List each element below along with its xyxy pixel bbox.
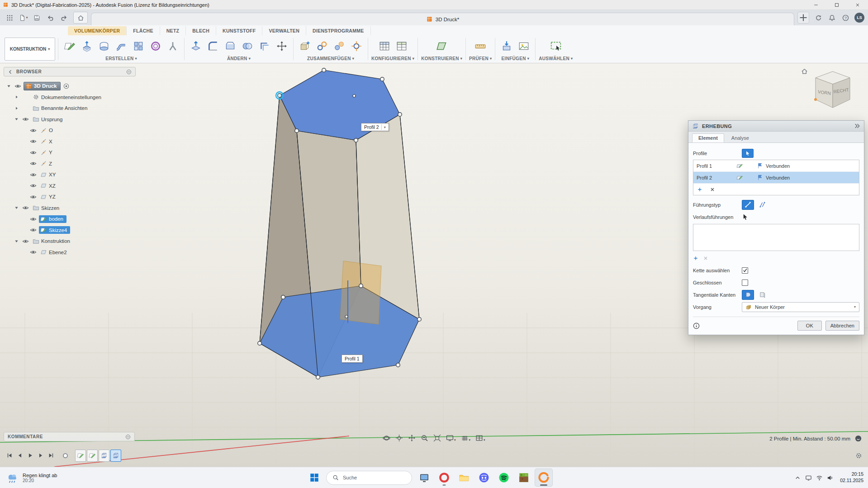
- avatar[interactable]: LS: [854, 13, 864, 23]
- browser-item-z[interactable]: Z: [4, 158, 136, 170]
- visibility-eye-icon[interactable]: [29, 182, 38, 189]
- tab-analyse[interactable]: Analyse: [725, 133, 755, 142]
- ribbon-tab-dienstprogramme[interactable]: DIENSTPROGRAMME: [306, 26, 371, 35]
- as-built-joint-button[interactable]: [331, 38, 347, 55]
- visibility-eye-icon[interactable]: [14, 83, 22, 90]
- profile-row-1[interactable]: Profil 1Verbunden: [693, 160, 859, 172]
- status-indicator-icon[interactable]: [855, 435, 862, 442]
- timeline-loft-2[interactable]: [110, 450, 121, 462]
- expander-right-icon[interactable]: [14, 106, 20, 111]
- new-component-button[interactable]: [297, 38, 313, 55]
- ribbon-tab-volumenkörper[interactable]: VOLUMENKÖRPER: [68, 26, 127, 35]
- visibility-eye-icon[interactable]: [21, 238, 30, 245]
- add-profile-button[interactable]: [697, 187, 702, 192]
- coil-button[interactable]: [147, 38, 164, 55]
- browser-item-boden[interactable]: boden: [4, 213, 136, 225]
- timeline-loft-1[interactable]: [99, 450, 109, 462]
- viewcube[interactable]: VORN RECHT: [801, 67, 860, 114]
- create-sketch-button[interactable]: [62, 38, 78, 55]
- browser-item-dokumenteneinstellungen[interactable]: Dokumenteneinstellungen: [4, 92, 136, 103]
- joint-button[interactable]: [314, 38, 330, 55]
- start-button[interactable]: [306, 469, 323, 486]
- orbit-button[interactable]: [383, 434, 390, 442]
- browser-item-xy[interactable]: XY: [4, 169, 136, 180]
- document-tab[interactable]: 3D Druck*: [91, 13, 794, 25]
- step-forward-button[interactable]: [36, 450, 45, 460]
- web-button[interactable]: [165, 38, 181, 55]
- expander-down-icon[interactable]: [14, 239, 20, 244]
- grid-settings-button[interactable]: ▾: [461, 434, 471, 442]
- look-at-button[interactable]: [395, 434, 403, 442]
- browser-collapse-icon[interactable]: [126, 69, 132, 75]
- insert-mesh-button[interactable]: [498, 38, 515, 55]
- step-back-button[interactable]: [15, 450, 24, 460]
- remove-profile-button[interactable]: [710, 187, 715, 192]
- visibility-eye-icon[interactable]: [29, 127, 38, 134]
- ribbon-tab-verwalten[interactable]: VERWALTEN: [262, 26, 306, 35]
- go-to-end-button[interactable]: [46, 450, 56, 460]
- viewports-button[interactable]: ▾: [475, 434, 485, 442]
- info-icon[interactable]: [693, 322, 700, 329]
- browser-item-konstruktion[interactable]: Konstruktion: [4, 236, 136, 247]
- pattern-button[interactable]: [130, 38, 147, 55]
- help-button[interactable]: ?: [840, 12, 852, 24]
- ribbon-tab-blech[interactable]: BLECH: [186, 26, 216, 35]
- visibility-eye-icon[interactable]: [29, 227, 38, 233]
- visibility-eye-icon[interactable]: [29, 138, 38, 145]
- timeline-sketch-1[interactable]: [75, 450, 86, 462]
- new-tab-button[interactable]: [797, 12, 809, 24]
- tab-element[interactable]: Element: [692, 133, 724, 142]
- sweep-button[interactable]: [113, 38, 129, 55]
- move-copy-button[interactable]: [274, 38, 290, 55]
- timeline-sketch-2[interactable]: [87, 450, 98, 462]
- timeline-position-handle[interactable]: [63, 453, 68, 458]
- visibility-eye-icon[interactable]: [29, 194, 38, 200]
- configuration-button[interactable]: [376, 38, 393, 55]
- dialog-undock-icon[interactable]: [854, 123, 860, 129]
- fusion-taskbar-icon[interactable]: [535, 469, 553, 487]
- file-explorer-taskbar-icon[interactable]: [455, 469, 473, 487]
- spotify-taskbar-icon[interactable]: [495, 469, 513, 487]
- profil2-tag[interactable]: Profil 2▾: [361, 123, 389, 131]
- measure-button[interactable]: [472, 38, 489, 55]
- browser-item-benannte-ansichten[interactable]: Benannte Ansichten: [4, 103, 136, 114]
- offset-face-button[interactable]: [256, 38, 273, 55]
- extrude-button[interactable]: [79, 38, 95, 55]
- viewport[interactable]: VORN RECHT BROWSER 3D DruckDokumentenein…: [0, 63, 868, 467]
- task-view-taskbar-icon[interactable]: [415, 469, 433, 487]
- file-menu-button[interactable]: ▾: [17, 12, 29, 24]
- expander-down-icon[interactable]: [14, 117, 20, 122]
- canvas-button[interactable]: [516, 38, 532, 55]
- visibility-eye-icon[interactable]: [29, 160, 38, 167]
- guide-centerline-button[interactable]: [756, 200, 768, 210]
- select-window-button[interactable]: [548, 38, 564, 55]
- timeline-settings-gear-icon[interactable]: [854, 450, 863, 460]
- browser-item-x[interactable]: X: [4, 136, 136, 147]
- zoom-button[interactable]: [421, 434, 428, 442]
- visibility-eye-icon[interactable]: [29, 149, 38, 156]
- save-button[interactable]: [31, 12, 43, 24]
- browser-item-3d-druck[interactable]: 3D Druck: [4, 81, 136, 92]
- visibility-eye-icon[interactable]: [29, 249, 38, 256]
- ribbon-tab-netz[interactable]: NETZ: [160, 26, 186, 35]
- revolve-button[interactable]: [96, 38, 112, 55]
- konstruktion-dropdown[interactable]: KONSTRUKTION▾: [5, 38, 55, 61]
- browser-item-xz[interactable]: XZ: [4, 180, 136, 192]
- construction-plane-button[interactable]: [434, 38, 450, 55]
- fillet-button[interactable]: [205, 38, 221, 55]
- tangent-edges-keep-button[interactable]: [756, 290, 768, 300]
- minimize-button[interactable]: [806, 0, 826, 9]
- visibility-eye-icon[interactable]: [21, 116, 30, 123]
- fit-button[interactable]: [433, 434, 441, 442]
- guide-rails-button[interactable]: [742, 200, 754, 210]
- ribbon-tab-fläche[interactable]: FLÄCHE: [127, 26, 160, 35]
- browser-item-ursprung[interactable]: Ursprung: [4, 114, 136, 125]
- discord-taskbar-icon[interactable]: [475, 469, 493, 487]
- expander-right-icon[interactable]: [14, 95, 20, 99]
- profil1-tag[interactable]: Profil 1: [342, 355, 363, 363]
- go-to-start-button[interactable]: [5, 450, 14, 460]
- kette-checkbox[interactable]: [742, 267, 748, 274]
- app-grid-button[interactable]: [4, 12, 16, 24]
- job-status-button[interactable]: [812, 12, 825, 24]
- search-input[interactable]: Suche: [326, 471, 412, 485]
